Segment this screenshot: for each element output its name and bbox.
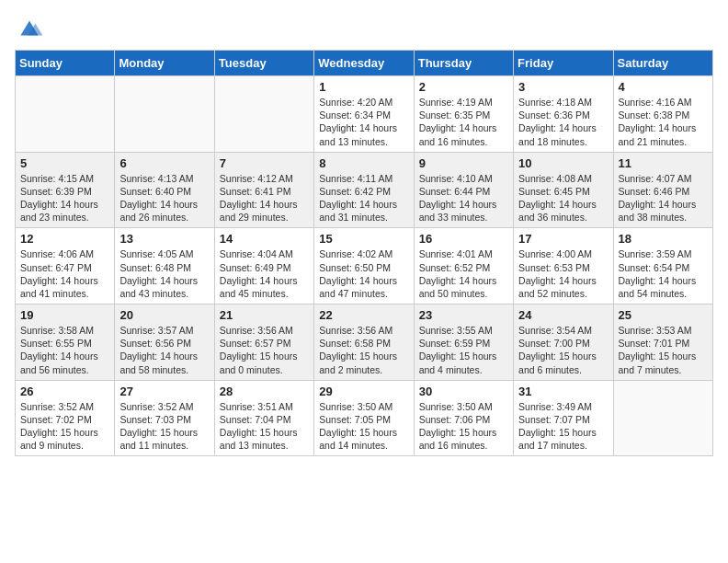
calendar-cell: 19Sunrise: 3:58 AM Sunset: 6:55 PM Dayli… (16, 304, 115, 381)
day-number: 14 (220, 232, 309, 246)
day-number: 11 (619, 156, 708, 170)
day-content: Sunrise: 4:19 AM Sunset: 6:35 PM Dayligh… (419, 96, 508, 148)
day-number: 23 (419, 308, 508, 322)
day-content: Sunrise: 4:02 AM Sunset: 6:50 PM Dayligh… (319, 247, 408, 300)
calendar-cell: 12Sunrise: 4:06 AM Sunset: 6:47 PM Dayli… (16, 228, 115, 304)
day-content: Sunrise: 4:15 AM Sunset: 6:39 PM Dayligh… (20, 172, 109, 224)
day-number: 8 (319, 156, 408, 170)
day-number: 28 (220, 385, 309, 398)
day-content: Sunrise: 4:01 AM Sunset: 6:52 PM Dayligh… (419, 247, 508, 300)
calendar-cell: 5Sunrise: 4:15 AM Sunset: 6:39 PM Daylig… (16, 152, 115, 228)
day-number: 3 (518, 80, 608, 94)
day-number: 27 (119, 385, 209, 398)
day-content: Sunrise: 4:05 AM Sunset: 6:48 PM Dayligh… (119, 247, 209, 300)
day-number: 17 (518, 232, 608, 246)
calendar-cell: 16Sunrise: 4:01 AM Sunset: 6:52 PM Dayli… (414, 228, 513, 304)
day-of-week-header: Sunday (16, 51, 115, 76)
day-number: 24 (518, 308, 608, 322)
day-of-week-header: Monday (115, 51, 214, 76)
day-of-week-header: Wednesday (314, 51, 414, 76)
day-number: 4 (619, 80, 708, 94)
calendar-cell: 22Sunrise: 3:56 AM Sunset: 6:58 PM Dayli… (314, 304, 414, 381)
day-content: Sunrise: 4:07 AM Sunset: 6:46 PM Dayligh… (619, 172, 708, 224)
day-number: 21 (220, 308, 309, 322)
day-content: Sunrise: 3:56 AM Sunset: 6:57 PM Dayligh… (220, 324, 309, 376)
day-content: Sunrise: 3:52 AM Sunset: 7:03 PM Dayligh… (119, 400, 209, 453)
logo (15, 15, 48, 40)
day-content: Sunrise: 4:08 AM Sunset: 6:45 PM Dayligh… (518, 172, 608, 224)
day-number: 7 (220, 156, 309, 170)
day-content: Sunrise: 3:58 AM Sunset: 6:55 PM Dayligh… (20, 324, 109, 376)
calendar-week-row: 19Sunrise: 3:58 AM Sunset: 6:55 PM Dayli… (16, 304, 713, 381)
calendar-cell: 31Sunrise: 3:49 AM Sunset: 7:07 PM Dayli… (514, 380, 613, 456)
day-content: Sunrise: 4:13 AM Sunset: 6:40 PM Dayligh… (119, 172, 209, 224)
day-of-week-header: Saturday (613, 51, 712, 76)
calendar-cell (214, 76, 313, 153)
calendar-cell: 10Sunrise: 4:08 AM Sunset: 6:45 PM Dayli… (514, 152, 613, 228)
calendar-cell: 3Sunrise: 4:18 AM Sunset: 6:36 PM Daylig… (514, 76, 613, 153)
day-number: 1 (319, 80, 408, 94)
calendar-cell: 24Sunrise: 3:54 AM Sunset: 7:00 PM Dayli… (514, 304, 613, 381)
calendar-cell: 6Sunrise: 4:13 AM Sunset: 6:40 PM Daylig… (115, 152, 214, 228)
calendar-cell: 21Sunrise: 3:56 AM Sunset: 6:57 PM Dayli… (214, 304, 313, 381)
day-content: Sunrise: 4:00 AM Sunset: 6:53 PM Dayligh… (518, 247, 608, 300)
day-content: Sunrise: 4:11 AM Sunset: 6:42 PM Dayligh… (319, 172, 408, 224)
day-number: 18 (619, 232, 708, 246)
calendar-cell: 8Sunrise: 4:11 AM Sunset: 6:42 PM Daylig… (314, 152, 414, 228)
calendar-header-row: SundayMondayTuesdayWednesdayThursdayFrid… (16, 51, 713, 76)
calendar-cell: 29Sunrise: 3:50 AM Sunset: 7:05 PM Dayli… (314, 380, 414, 456)
day-content: Sunrise: 3:54 AM Sunset: 7:00 PM Dayligh… (518, 324, 608, 376)
day-of-week-header: Thursday (414, 51, 513, 76)
calendar-table: SundayMondayTuesdayWednesdayThursdayFrid… (15, 50, 713, 456)
day-content: Sunrise: 4:10 AM Sunset: 6:44 PM Dayligh… (419, 172, 508, 224)
day-content: Sunrise: 3:57 AM Sunset: 6:56 PM Dayligh… (119, 324, 209, 376)
day-number: 15 (319, 232, 408, 246)
day-number: 30 (419, 385, 508, 398)
calendar-week-row: 12Sunrise: 4:06 AM Sunset: 6:47 PM Dayli… (16, 228, 713, 304)
calendar-cell: 4Sunrise: 4:16 AM Sunset: 6:38 PM Daylig… (613, 76, 712, 153)
day-content: Sunrise: 4:18 AM Sunset: 6:36 PM Dayligh… (518, 96, 608, 148)
calendar-week-row: 1Sunrise: 4:20 AM Sunset: 6:34 PM Daylig… (16, 76, 713, 153)
calendar-cell: 2Sunrise: 4:19 AM Sunset: 6:35 PM Daylig… (414, 76, 513, 153)
day-number: 9 (419, 156, 508, 170)
day-content: Sunrise: 4:12 AM Sunset: 6:41 PM Dayligh… (220, 172, 309, 224)
day-number: 25 (619, 308, 708, 322)
calendar-cell: 14Sunrise: 4:04 AM Sunset: 6:49 PM Dayli… (214, 228, 313, 304)
day-content: Sunrise: 3:55 AM Sunset: 6:59 PM Dayligh… (419, 324, 508, 376)
day-number: 22 (319, 308, 408, 322)
calendar-cell: 30Sunrise: 3:50 AM Sunset: 7:06 PM Dayli… (414, 380, 513, 456)
day-content: Sunrise: 3:56 AM Sunset: 6:58 PM Dayligh… (319, 324, 408, 376)
day-content: Sunrise: 3:49 AM Sunset: 7:07 PM Dayligh… (518, 400, 608, 453)
day-content: Sunrise: 3:50 AM Sunset: 7:06 PM Dayligh… (419, 400, 508, 453)
calendar-cell (16, 76, 115, 153)
calendar-cell: 9Sunrise: 4:10 AM Sunset: 6:44 PM Daylig… (414, 152, 513, 228)
day-content: Sunrise: 3:53 AM Sunset: 7:01 PM Dayligh… (619, 324, 708, 376)
logo-icon (15, 15, 44, 40)
day-number: 19 (20, 308, 109, 322)
calendar-cell: 23Sunrise: 3:55 AM Sunset: 6:59 PM Dayli… (414, 304, 513, 381)
calendar-cell: 28Sunrise: 3:51 AM Sunset: 7:04 PM Dayli… (214, 380, 313, 456)
day-number: 10 (518, 156, 608, 170)
calendar-week-row: 5Sunrise: 4:15 AM Sunset: 6:39 PM Daylig… (16, 152, 713, 228)
calendar-cell: 17Sunrise: 4:00 AM Sunset: 6:53 PM Dayli… (514, 228, 613, 304)
day-number: 6 (119, 156, 209, 170)
calendar-cell (613, 380, 712, 456)
day-content: Sunrise: 3:51 AM Sunset: 7:04 PM Dayligh… (220, 400, 309, 453)
calendar-cell: 18Sunrise: 3:59 AM Sunset: 6:54 PM Dayli… (613, 228, 712, 304)
calendar-cell: 11Sunrise: 4:07 AM Sunset: 6:46 PM Dayli… (613, 152, 712, 228)
day-number: 13 (119, 232, 209, 246)
day-content: Sunrise: 3:52 AM Sunset: 7:02 PM Dayligh… (20, 400, 109, 453)
day-content: Sunrise: 4:20 AM Sunset: 6:34 PM Dayligh… (319, 96, 408, 148)
page-header (15, 15, 713, 40)
day-content: Sunrise: 4:16 AM Sunset: 6:38 PM Dayligh… (619, 96, 708, 148)
calendar-cell (115, 76, 214, 153)
day-number: 26 (20, 385, 109, 398)
calendar-cell: 20Sunrise: 3:57 AM Sunset: 6:56 PM Dayli… (115, 304, 214, 381)
calendar-cell: 7Sunrise: 4:12 AM Sunset: 6:41 PM Daylig… (214, 152, 313, 228)
calendar-cell: 27Sunrise: 3:52 AM Sunset: 7:03 PM Dayli… (115, 380, 214, 456)
calendar-cell: 13Sunrise: 4:05 AM Sunset: 6:48 PM Dayli… (115, 228, 214, 304)
calendar-cell: 15Sunrise: 4:02 AM Sunset: 6:50 PM Dayli… (314, 228, 414, 304)
day-number: 20 (119, 308, 209, 322)
day-content: Sunrise: 3:50 AM Sunset: 7:05 PM Dayligh… (319, 400, 408, 453)
calendar-week-row: 26Sunrise: 3:52 AM Sunset: 7:02 PM Dayli… (16, 380, 713, 456)
